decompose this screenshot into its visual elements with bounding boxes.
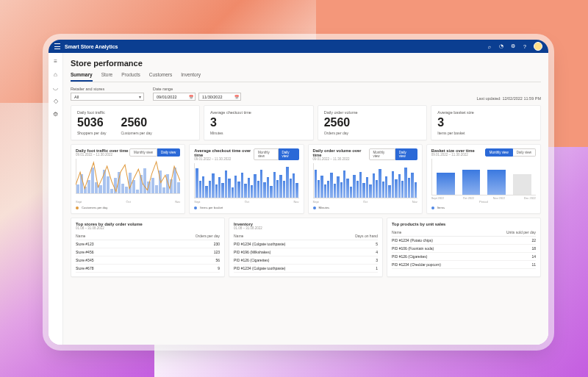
last-updated: Last updated: 12/02/2022 11:59 PM	[477, 96, 541, 101]
toggle-monthly[interactable]: Monthly view	[254, 148, 279, 160]
retailer-dropdown[interactable]: All	[71, 93, 144, 101]
toggle-monthly[interactable]: Monthly view	[485, 148, 513, 157]
table-row: PID #126 (Cigarettes)3	[234, 256, 378, 265]
chart-legend: Minutes	[313, 206, 417, 209]
table-row: PID #1234 (Colgate toothpaste)1	[234, 265, 378, 273]
col-header: Name	[234, 232, 334, 240]
nav-lightbulb-icon[interactable]: ◡	[52, 84, 60, 91]
table-row: PID #196 (Milkshakes)4	[234, 248, 378, 256]
table-row: PID #1234 (Potato chips)22	[392, 237, 536, 245]
view-toggle[interactable]: Monthly view Daily view	[129, 148, 180, 157]
kpi-sub: Minutes	[210, 131, 307, 135]
kpi-label: Average checkout time	[210, 110, 307, 115]
legend-dot-icon	[431, 207, 434, 209]
daterange-label: Date range	[153, 87, 241, 91]
x-axis: SeptOctNov	[313, 200, 417, 204]
toggle-monthly[interactable]: Monthly view	[369, 148, 395, 160]
kpi-sub: Orders per day	[324, 131, 421, 135]
chart-range: 09.01.2022 – 11.30.2022	[194, 157, 254, 161]
col-header: Name	[76, 232, 137, 240]
tab-customers[interactable]: Customers	[149, 72, 172, 82]
chart-range: 09.01.2022 – 11.30.2022	[76, 153, 129, 157]
table-row: Store #123230	[76, 240, 220, 248]
filters-row: Retailer and stores All Date range 09/01…	[71, 87, 541, 101]
kpi-value: 2560	[324, 116, 421, 129]
main-content: Store performance Summary Store Products…	[63, 53, 548, 345]
table-row: PID #126 (Cigarettes)14	[392, 253, 536, 261]
chart-order-volume: Daily order volume over time 09.01.2022 …	[308, 144, 423, 214]
chart-body	[313, 163, 417, 198]
chart-title: Average checkout time over time	[194, 148, 254, 157]
table-row: PID #106 (Fountain soda)18	[392, 245, 536, 253]
search-icon[interactable]: ⌕	[487, 43, 492, 49]
view-toggle[interactable]: Monthly view Daily view	[485, 148, 536, 157]
device-frame: Smart Store Analytics ⌕ ◔ ⚙ ? ≡ ⌂ ◡ ◇ ⚙ …	[49, 40, 548, 345]
table-range: 01.08 – 31.08.2022	[234, 226, 378, 230]
kpi-foot-traffic: Daily foot traffic 5036 Shoppers per day…	[71, 105, 200, 140]
chart-range: 09.01.2022 – 11.30.2022	[313, 157, 369, 161]
x-axis: SeptOctNov	[194, 200, 298, 204]
table-range: 01.08 – 31.08.2022	[76, 226, 220, 230]
table-title: Top products by unit sales	[392, 222, 536, 226]
kpi-value: 5036	[77, 116, 106, 129]
x-axis: SeptOctNov	[76, 200, 180, 204]
retailer-label: Retailer and stores	[71, 87, 144, 91]
avatar[interactable]	[534, 42, 542, 51]
chart-range: 09.01.2022 – 11.30.2022	[431, 153, 475, 157]
toggle-daily[interactable]: Daily view	[279, 148, 299, 160]
nav-home-icon[interactable]: ⌂	[52, 71, 60, 78]
tab-inventory[interactable]: Inventory	[181, 72, 201, 82]
table-row: Store #34556	[76, 256, 220, 265]
table-row: Store #456123	[76, 248, 220, 256]
table-top-products: Top products by unit sales NameUnits sol…	[387, 218, 541, 277]
chart-legend: Customers per day	[76, 206, 180, 209]
app-title: Smart Store Analytics	[65, 44, 482, 49]
date-to-input[interactable]: 11/30/2022	[198, 93, 241, 101]
chart-basket-size: Basket size over time 09.01.2022 – 11.30…	[426, 144, 541, 214]
menu-icon[interactable]	[54, 43, 60, 49]
nav-settings-icon[interactable]: ⚙	[52, 110, 60, 118]
chart-legend: Items per basket	[194, 206, 298, 209]
toggle-monthly[interactable]: Monthly view	[129, 148, 157, 157]
tab-products[interactable]: Products	[121, 72, 140, 82]
date-from-input[interactable]: 09/01/2022	[153, 93, 196, 101]
kpi-value: 3	[210, 116, 307, 129]
kpi-row: Daily foot traffic 5036 Shoppers per day…	[71, 105, 541, 140]
nav-menu-icon[interactable]: ≡	[52, 57, 60, 65]
toggle-daily[interactable]: Daily view	[157, 148, 180, 157]
tab-summary[interactable]: Summary	[71, 72, 93, 82]
col-header: Name	[392, 229, 482, 237]
table-row: PID #1234 (Cheddar popcorn)11	[392, 261, 536, 269]
sidebar: ≡ ⌂ ◡ ◇ ⚙	[49, 53, 63, 345]
tables-row: Top stores by daily order volume 01.08 –…	[71, 218, 541, 277]
tab-store[interactable]: Store	[101, 72, 113, 82]
chart-body	[76, 159, 180, 198]
chart-title: Daily order volume over time	[313, 148, 369, 157]
col-header: Units sold per day	[482, 229, 536, 237]
col-header: Orders per day	[137, 232, 220, 240]
kpi-label: Daily order volume	[324, 110, 421, 115]
kpi-sub: Shoppers per day	[77, 131, 106, 135]
legend-dot-icon	[76, 207, 79, 209]
titlebar: Smart Store Analytics ⌕ ◔ ⚙ ?	[49, 40, 548, 53]
toggle-daily[interactable]: Daily view	[513, 148, 536, 157]
gear-icon[interactable]: ⚙	[510, 43, 516, 49]
nav-analytics-icon[interactable]: ◇	[52, 97, 60, 104]
table: NameDays on hand PID #1234 (Colgate toot…	[234, 232, 378, 273]
kpi-value: 2560	[121, 116, 151, 129]
chart-body	[194, 163, 298, 198]
view-toggle[interactable]: Monthly view Daily view	[254, 148, 299, 160]
chart-legend: Items	[431, 206, 536, 209]
help-icon[interactable]: ?	[522, 43, 528, 49]
chart-body	[431, 159, 536, 195]
toggle-daily[interactable]: Daily view	[395, 148, 417, 160]
table-top-stores: Top stores by daily order volume 01.08 –…	[71, 218, 225, 277]
kpi-sub: Customers per day	[121, 131, 151, 135]
table: NameOrders per day Store #123230Store #4…	[76, 232, 220, 273]
kpi-value: 3	[437, 116, 534, 129]
kpi-label: Average basket size	[437, 110, 534, 115]
x-axis-label: Period	[431, 200, 536, 204]
view-toggle[interactable]: Monthly view Daily view	[369, 148, 417, 160]
table-inventory: Inventory 01.08 – 31.08.2022 NameDays on…	[229, 218, 383, 277]
bell-icon[interactable]: ◔	[498, 43, 504, 49]
